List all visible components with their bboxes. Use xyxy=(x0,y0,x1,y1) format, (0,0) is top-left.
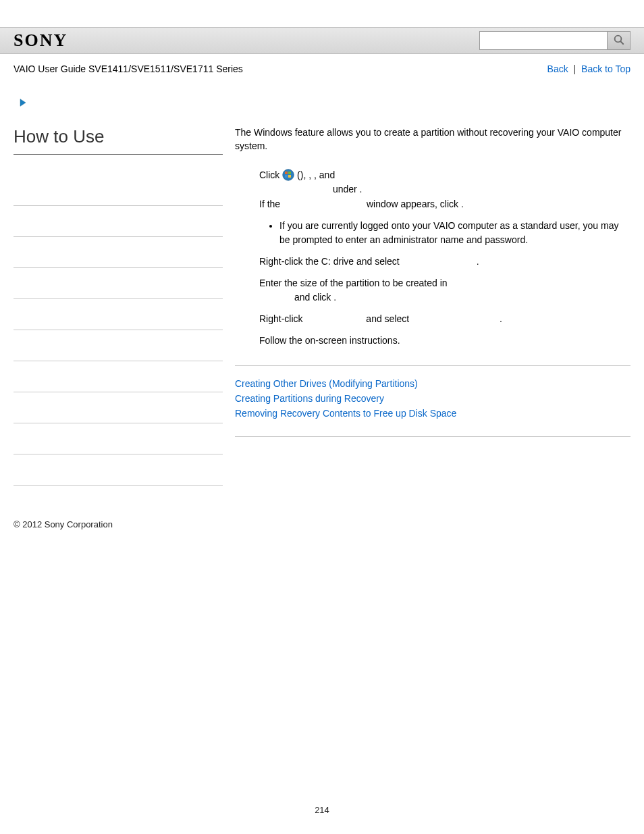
search-icon xyxy=(613,34,625,48)
step-5: Follow the on-screen instructions. xyxy=(259,334,630,348)
sidebar-item[interactable] xyxy=(14,299,223,330)
sidebar-item[interactable] xyxy=(14,237,223,268)
intro-text: The Windows feature allows you to create… xyxy=(235,126,630,153)
top-links: Back | Back to Top xyxy=(547,63,630,74)
step-1: Click (), , , and xxxxxxxxxxxxxxx under … xyxy=(259,168,630,248)
sidebar-item[interactable] xyxy=(14,175,223,206)
related-topics: Creating Other Drives (Modifying Partiti… xyxy=(235,378,630,419)
steps: Click (), , , and xxxxxxxxxxxxxxx under … xyxy=(235,168,630,348)
search-input[interactable] xyxy=(479,31,608,50)
sidebar-item[interactable] xyxy=(14,423,223,454)
sidebar: How to Use xyxy=(14,97,223,486)
svg-rect-6 xyxy=(288,175,291,178)
sidebar-item[interactable] xyxy=(14,454,223,486)
link-separator: | xyxy=(571,63,579,74)
related-link[interactable]: Creating Other Drives (Modifying Partiti… xyxy=(235,378,630,389)
back-to-top-link[interactable]: Back to Top xyxy=(581,63,630,74)
related-link[interactable]: Removing Recovery Contents to Free up Di… xyxy=(235,408,630,419)
sidebar-nav xyxy=(14,175,223,486)
sidebar-item[interactable] xyxy=(14,330,223,361)
section-divider xyxy=(235,436,630,437)
breadcrumb: VAIO User Guide SVE1411/SVE1511/SVE1711 … xyxy=(14,63,243,74)
step-3: Enter the size of the partition to be cr… xyxy=(259,276,630,305)
sony-logo: SONY xyxy=(14,30,68,51)
page-title: How to Use xyxy=(14,126,223,155)
svg-rect-4 xyxy=(288,172,291,174)
content-area: How to Use The Windows feature allows yo… xyxy=(0,74,644,499)
main-content: The Windows feature allows you to create… xyxy=(235,97,630,486)
top-row: VAIO User Guide SVE1411/SVE1511/SVE1711 … xyxy=(0,54,644,74)
windows-start-orb-icon xyxy=(282,169,294,181)
svg-point-0 xyxy=(614,35,621,42)
chevron-right-icon[interactable] xyxy=(18,97,223,110)
step-2: Right-click the C: drive and select . xyxy=(259,255,630,269)
search-button[interactable] xyxy=(608,31,630,50)
step-1-note: If you are currently logged onto your VA… xyxy=(279,219,630,248)
svg-line-1 xyxy=(620,41,624,45)
sidebar-item[interactable] xyxy=(14,361,223,392)
section-divider xyxy=(235,365,630,366)
header-bar: SONY xyxy=(0,27,644,54)
sidebar-item[interactable] xyxy=(14,268,223,299)
svg-rect-3 xyxy=(285,172,288,174)
sidebar-item[interactable] xyxy=(14,392,223,423)
back-link[interactable]: Back xyxy=(547,63,568,74)
copyright: © 2012 Sony Corporation xyxy=(0,499,644,529)
related-link[interactable]: Creating Partitions during Recovery xyxy=(235,393,630,404)
svg-rect-5 xyxy=(285,175,288,178)
step-4: Right-click and select . xyxy=(259,312,630,327)
search-form xyxy=(479,31,630,50)
sidebar-item[interactable] xyxy=(14,206,223,237)
